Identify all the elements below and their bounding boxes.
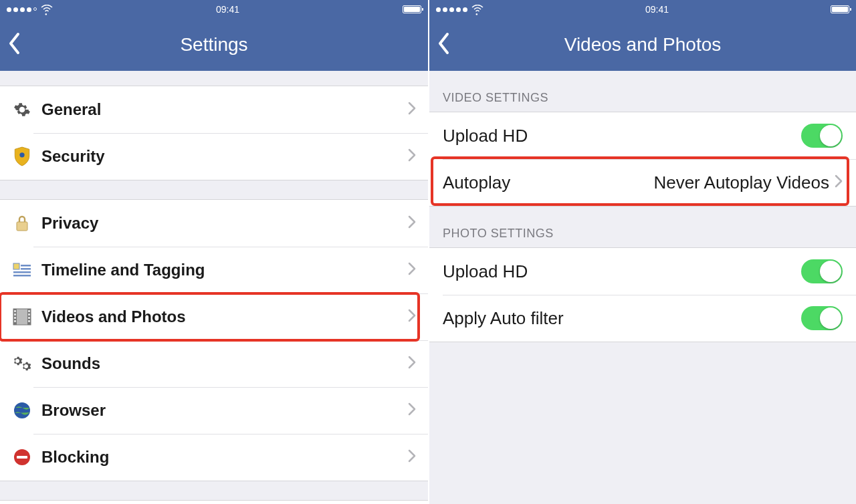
status-bar: 09:41 [429,0,856,19]
svg-rect-3 [21,265,31,267]
row-autoplay[interactable]: Autoplay Never Autoplay Videos [429,159,856,206]
svg-rect-2 [13,263,19,269]
row-label: Autoplay [443,172,653,193]
svg-point-0 [19,152,24,157]
shield-icon [12,146,32,166]
svg-rect-16 [28,317,30,319]
film-icon [12,307,32,327]
chevron-right-icon [408,356,416,372]
chevron-right-icon [835,174,843,191]
chevron-right-icon [408,309,416,325]
row-label: Browser [41,401,408,420]
timeline-icon [12,260,32,280]
row-label: Security [41,147,408,166]
svg-rect-1 [17,222,27,231]
wifi-icon [471,5,484,14]
settings-row-videos-photos[interactable]: Videos and Photos [0,293,428,340]
gear-icon [12,354,32,374]
chevron-right-icon [408,449,416,465]
svg-rect-10 [14,310,16,312]
chevron-right-icon [408,102,416,118]
svg-rect-4 [21,268,31,270]
svg-rect-13 [14,320,16,322]
section-header-video: VIDEO SETTINGS [429,71,856,112]
svg-rect-12 [14,317,16,319]
battery-icon [403,5,421,13]
settings-row-general[interactable]: General [0,86,428,133]
row-label: Blocking [41,448,408,467]
navbar: Settings [0,19,428,71]
row-label: General [41,100,408,119]
row-label: Apply Auto filter [443,308,801,329]
row-label: Timeline and Tagging [41,261,408,279]
wifi-icon [41,5,53,14]
row-label: Upload HD [443,261,801,282]
videos-photos-screen: 09:41 Videos and Photos VIDEO SETTINGS U… [428,0,856,504]
row-label: Privacy [41,214,408,233]
svg-rect-14 [28,310,30,312]
row-auto-filter[interactable]: Apply Auto filter [429,295,856,342]
row-label: Videos and Photos [41,307,408,326]
settings-group-0: General Security [0,86,428,180]
status-time: 09:41 [216,4,239,15]
block-icon [12,447,32,467]
row-video-upload-hd[interactable]: Upload HD [429,112,856,159]
chevron-right-icon [408,148,416,164]
back-button[interactable] [8,32,21,57]
page-title: Settings [180,34,247,55]
chevron-right-icon [408,262,416,278]
settings-group-2 [0,500,428,504]
back-button[interactable] [437,32,451,57]
settings-screen: 09:41 Settings General Security [0,0,428,504]
globe-icon [12,400,32,420]
status-bar: 09:41 [0,0,428,19]
toggle-switch[interactable] [801,306,843,330]
row-photo-upload-hd[interactable]: Upload HD [429,248,856,295]
status-time: 09:41 [645,4,669,15]
gear-icon [12,100,32,120]
signal-dots-icon [436,7,467,12]
svg-rect-5 [13,271,31,273]
video-settings-group: Upload HD Autoplay Never Autoplay Videos [429,112,856,207]
signal-dots-icon [7,7,37,12]
svg-rect-6 [13,275,31,277]
svg-point-18 [14,402,30,418]
settings-row-timeline[interactable]: Timeline and Tagging [0,247,428,293]
settings-row-sounds[interactable]: Sounds [0,340,428,387]
settings-group-1: Privacy Timeline and Tagging Videos and … [0,199,428,481]
settings-row-security[interactable]: Security [0,133,428,180]
toggle-switch[interactable] [801,124,843,148]
svg-rect-11 [14,313,16,316]
navbar: Videos and Photos [429,19,856,71]
chevron-right-icon [408,215,416,231]
row-value: Never Autoplay Videos [653,172,829,193]
svg-rect-17 [28,320,30,322]
settings-row-cut[interactable] [0,501,428,504]
photo-settings-group: Upload HD Apply Auto filter [429,247,856,342]
lock-icon [12,213,32,233]
row-label: Upload HD [443,126,801,146]
battery-icon [831,5,849,13]
svg-rect-20 [17,456,27,459]
section-header-photo: PHOTO SETTINGS [429,207,856,247]
row-label: Sounds [41,354,408,373]
page-title: Videos and Photos [564,34,722,55]
svg-rect-15 [28,313,30,316]
settings-row-privacy[interactable]: Privacy [0,200,428,247]
settings-row-browser[interactable]: Browser [0,387,428,434]
chevron-right-icon [408,402,416,418]
settings-row-blocking[interactable]: Blocking [0,434,428,481]
toggle-switch[interactable] [801,259,843,283]
